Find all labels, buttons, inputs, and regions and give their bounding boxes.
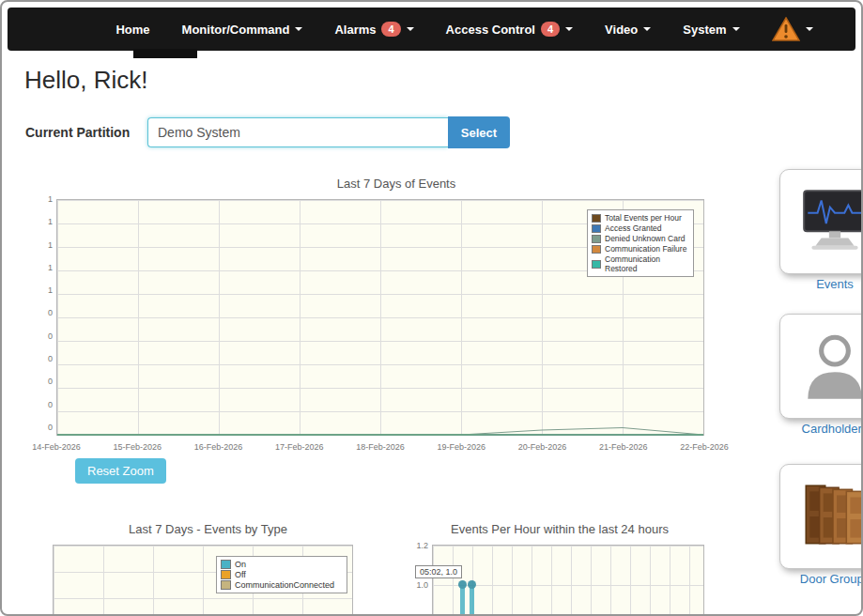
nav-home[interactable]: Home [116, 23, 149, 37]
events-chart-y-labels: 11111000000 [34, 194, 53, 432]
nav-home-label: Home [116, 23, 149, 37]
nav-access-control-label: Access Control [446, 23, 535, 37]
nav-warning-menu[interactable] [772, 17, 813, 41]
nav-system-label: System [683, 23, 726, 37]
chevron-down-icon [407, 27, 414, 31]
partition-row: Current Partition Select [25, 116, 510, 148]
type-chart-legend: OnOffCommunicationConnected [216, 556, 347, 593]
events-monitor-icon [796, 187, 863, 256]
partition-label: Current Partition [25, 125, 147, 140]
door-group-icon [796, 478, 863, 555]
cardholders-card[interactable] [779, 314, 863, 419]
cardholder-person-icon [796, 328, 863, 405]
chevron-down-icon [565, 27, 573, 31]
events-by-type-chart-title: Last 7 Days - Events by Type [23, 522, 393, 536]
partition-input[interactable] [147, 117, 448, 147]
nav-alarms-label: Alarms [334, 23, 376, 37]
alarms-count-badge: 4 [381, 22, 400, 37]
events-chart-title: Last 7 Days of Events [28, 177, 764, 191]
hour-chart-plot [432, 545, 704, 616]
door-groups-card-link[interactable]: Door Groups [779, 572, 863, 586]
nav-access-control[interactable]: Access Control 4 [446, 22, 574, 37]
chevron-down-icon [643, 27, 651, 31]
nav-alarms[interactable]: Alarms 4 [334, 22, 413, 37]
events-chart: Last 7 Days of Events 11111000000 Total … [28, 177, 764, 458]
events-card[interactable] [779, 169, 863, 274]
chevron-down-icon [732, 27, 740, 31]
events-card-link[interactable]: Events [779, 277, 863, 291]
cardholders-card-link[interactable]: Cardholders [779, 422, 863, 436]
events-by-type-chart: Last 7 Days - Events by Type OnOffCommun… [23, 522, 393, 616]
partition-select-button[interactable]: Select [448, 116, 510, 148]
home-active-indicator [133, 49, 197, 58]
events-per-hour-chart-title: Events Per Hour within the last 24 hours [404, 522, 716, 536]
app-window: Home Monitor/Command Alarms 4 Access Con… [0, 0, 863, 616]
nav-monitor-command[interactable]: Monitor/Command [182, 23, 303, 37]
chevron-down-icon [806, 27, 813, 31]
page-title: Hello, Rick! [24, 66, 147, 95]
events-chart-x-labels: 14-Feb-202615-Feb-202616-Feb-202617-Feb-… [56, 442, 704, 455]
events-chart-legend: Total Events per HourAccess GrantedDenie… [587, 209, 694, 277]
chevron-down-icon [295, 27, 302, 31]
main-navbar: Home Monitor/Command Alarms 4 Access Con… [8, 8, 855, 51]
access-control-count-badge: 4 [541, 22, 560, 37]
nav-monitor-command-label: Monitor/Command [182, 23, 290, 37]
events-chart-plot[interactable]: Total Events per HourAccess GrantedDenie… [56, 199, 704, 436]
nav-system[interactable]: System [683, 23, 739, 37]
warning-triangle-icon [772, 17, 800, 41]
hour-chart-point-label: 05:02, 1.0 [415, 565, 462, 578]
nav-video[interactable]: Video [605, 23, 651, 37]
door-groups-card[interactable] [779, 464, 863, 569]
nav-video-label: Video [605, 23, 638, 37]
events-per-hour-chart: Events Per Hour within the last 24 hours… [404, 522, 716, 616]
reset-zoom-button[interactable]: Reset Zoom [75, 458, 166, 484]
